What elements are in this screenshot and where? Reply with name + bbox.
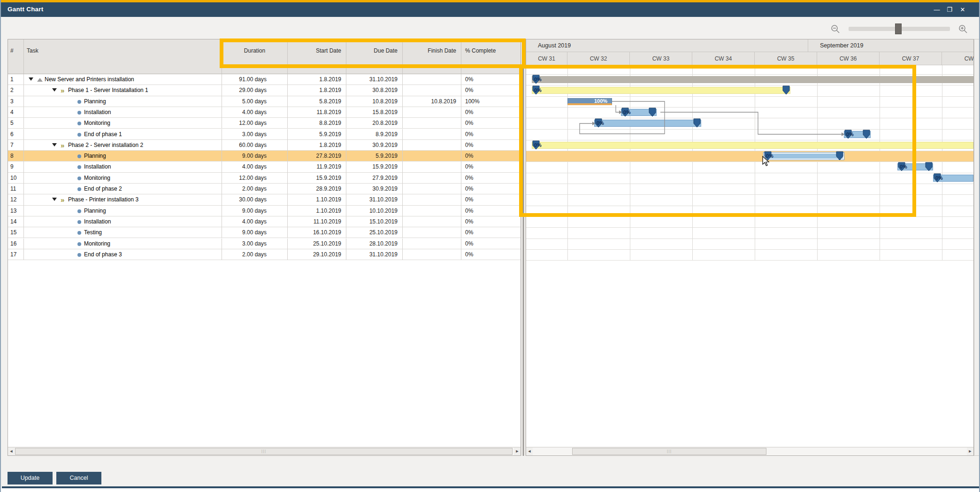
gantt-bar-row-7[interactable]	[532, 142, 973, 149]
task-dot-icon	[77, 133, 81, 137]
milestone-marker-icon[interactable]	[925, 162, 933, 171]
expander-icon[interactable]	[52, 198, 57, 201]
cell-due: 15.8.2019	[346, 107, 403, 118]
cell-due: 30.8.2019	[346, 85, 403, 96]
column-header-finish[interactable]: Finish Date	[403, 39, 461, 74]
expander-icon[interactable]	[52, 88, 57, 92]
milestone-marker-icon[interactable]	[693, 118, 701, 128]
cell-num: 10	[8, 173, 24, 184]
cell-duration: 9.00 days	[222, 151, 288, 161]
cell-start: 11.10.2019	[288, 216, 346, 227]
table-row[interactable]: 13Planning9.00 days1.10.201910.10.20190%	[8, 206, 521, 216]
cell-num: 13	[8, 206, 24, 216]
cell-start: 27.8.2019	[288, 151, 346, 161]
task-dot-icon	[77, 220, 81, 224]
cell-pct: 0%	[461, 161, 521, 172]
table-row[interactable]: 6End of phase 13.00 days5.9.20198.9.2019…	[8, 129, 521, 140]
table-horizontal-scrollbar[interactable]: ◄ ► ⁞⁞⁞	[8, 447, 521, 455]
table-row[interactable]: 11End of phase 22.00 days28.9.201930.9.2…	[8, 184, 521, 194]
column-header-due[interactable]: Due Date	[346, 39, 403, 74]
selected-row-highlight	[526, 151, 974, 161]
zoom-out-icon[interactable]	[831, 24, 840, 34]
month-header: August 2019	[526, 39, 808, 52]
table-row[interactable]: 1New Server and Printers installation91.…	[8, 74, 521, 85]
cell-duration: 2.00 days	[222, 184, 288, 194]
gantt-bar-row-2[interactable]	[532, 87, 790, 94]
milestone-marker-icon[interactable]	[649, 108, 656, 117]
cell-pct: 0%	[461, 184, 521, 194]
table-row[interactable]: 8Planning9.00 days27.8.20195.9.20190%	[8, 151, 521, 161]
cell-due: 28.10.2019	[346, 238, 403, 249]
task-name: Planning	[84, 96, 106, 107]
table-row[interactable]: 15Testing9.00 days16.10.201925.10.20190%	[8, 227, 521, 238]
table-row[interactable]: 16Monitoring3.00 days25.10.201928.10.201…	[8, 238, 521, 249]
scroll-right-icon[interactable]: ►	[967, 447, 973, 455]
column-header-pct[interactable]: % Complete	[461, 39, 521, 74]
gantt-bar-row-8[interactable]	[764, 153, 844, 160]
table-row[interactable]: 4Installation4.00 days11.8.201915.8.2019…	[8, 107, 521, 118]
expander-icon[interactable]	[29, 77, 33, 81]
cell-task	[24, 184, 222, 194]
cell-pct: 0%	[461, 151, 521, 161]
table-row[interactable]: 14Installation4.00 days11.10.201915.10.2…	[8, 216, 521, 227]
table-row[interactable]: 2»Phase 1 - Server Instatallation 129.00…	[8, 85, 521, 96]
cell-pct: 0%	[461, 194, 521, 205]
scroll-left-icon[interactable]: ◄	[526, 447, 533, 455]
cell-due: 30.9.2019	[346, 140, 403, 151]
close-icon[interactable]: ✕	[957, 5, 968, 15]
progress-label: 0%	[534, 75, 542, 84]
table-scrollbar-thumb[interactable]: ⁞⁞⁞	[15, 448, 513, 455]
cell-finish	[403, 74, 461, 85]
cell-start: 5.9.2019	[288, 129, 346, 140]
cell-due: 5.9.2019	[346, 151, 403, 161]
task-dot-icon	[77, 187, 81, 191]
cell-duration: 30.00 days	[222, 194, 288, 205]
column-header-duration[interactable]: Duration	[222, 39, 288, 74]
table-row[interactable]: 5Monitoring12.00 days8.8.201920.8.20190%	[8, 118, 521, 129]
table-row[interactable]: 17End of phase 32.00 days29.10.201931.10…	[8, 249, 521, 260]
cell-task	[24, 107, 222, 118]
gantt-bar-row-1[interactable]	[532, 76, 973, 83]
maximize-icon[interactable]: ❐	[944, 5, 955, 15]
scroll-right-icon[interactable]: ►	[514, 447, 521, 455]
zoom-slider-thumb[interactable]	[895, 23, 902, 34]
column-header-task[interactable]: Task	[24, 39, 222, 74]
window-titlebar[interactable]: Gantt Chart — ❐ ✕	[1, 2, 980, 17]
milestone-marker-icon[interactable]	[863, 130, 870, 139]
week-header: CW 34	[692, 52, 755, 65]
grid-hline	[526, 96, 974, 97]
table-row[interactable]: 10Monitoring12.00 days15.9.201927.9.2019…	[8, 173, 521, 184]
gantt-scrollbar-thumb[interactable]: ⁞⁞⁞	[572, 448, 766, 455]
table-row[interactable]: 12»Phase - Printer installation 330.00 d…	[8, 194, 521, 205]
gantt-vertical-scrollbar[interactable]	[974, 39, 980, 456]
gantt-bar-row-5[interactable]	[594, 120, 701, 127]
cell-pct: 0%	[461, 249, 521, 260]
cancel-button[interactable]: Cancel	[56, 472, 101, 484]
cell-pct: 0%	[461, 206, 521, 216]
grid-hline	[526, 238, 974, 239]
table-row[interactable]: 7»Phase 2 - Server installation 260.00 d…	[8, 140, 521, 151]
progress-label: 0%	[900, 162, 907, 171]
table-row[interactable]: 9Installation4.00 days11.9.201915.9.2019…	[8, 161, 521, 172]
cell-start: 15.9.2019	[288, 173, 346, 184]
zoom-in-icon[interactable]	[958, 24, 968, 34]
scroll-left-icon[interactable]: ◄	[8, 447, 15, 455]
gantt-chart-window: Gantt Chart — ❐ ✕ #TaskDurationStart Dat…	[0, 0, 980, 492]
table-row[interactable]: 3Planning5.00 days5.8.201910.8.201910.8.…	[8, 96, 521, 107]
milestone-marker-icon[interactable]	[836, 151, 843, 161]
cell-num: 12	[8, 194, 24, 205]
column-header-start[interactable]: Start Date	[288, 39, 346, 74]
minimize-icon[interactable]: —	[932, 5, 942, 15]
milestone-marker-icon[interactable]	[782, 85, 790, 95]
column-header-num[interactable]: #	[8, 39, 24, 74]
grid-vline	[755, 65, 755, 260]
expander-icon[interactable]	[52, 143, 57, 146]
gantt-horizontal-scrollbar[interactable]: ◄ ► ⁞⁞⁞	[526, 447, 973, 455]
grid-vline	[567, 65, 568, 260]
task-dot-icon	[77, 177, 81, 180]
cell-num: 11	[8, 184, 24, 194]
update-button[interactable]: Update	[8, 472, 53, 484]
cell-task	[24, 227, 222, 238]
cell-due: 20.8.2019	[346, 118, 403, 129]
grid-vline	[880, 65, 880, 260]
